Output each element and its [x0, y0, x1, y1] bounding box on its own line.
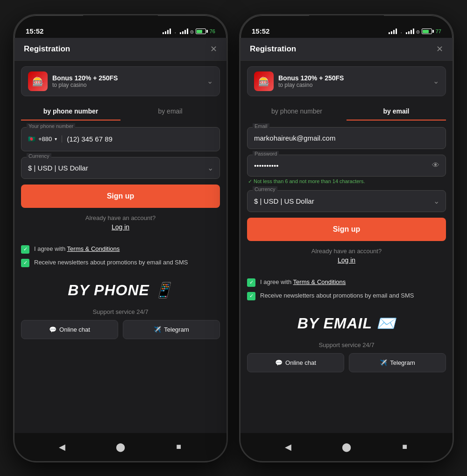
terms-link-1[interactable]: Terms & Conditions: [67, 245, 120, 252]
modal-title-2: Registration: [250, 44, 296, 54]
status-icons-1: . ⌾ 76: [163, 28, 215, 35]
status-bar-1: 15:52 . ⌾ 76: [14, 15, 226, 38]
online-chat-button-1[interactable]: 💬 Online chat: [21, 320, 118, 339]
telegram-button-2[interactable]: ✈️ Telegram: [349, 353, 446, 372]
registration-tabs-2: by phone number by email: [247, 103, 446, 121]
support-section-2: Support service 24/7 💬 Online chat ✈️ Te…: [241, 337, 453, 377]
online-chat-label-2: Online chat: [285, 359, 316, 366]
tab-phone-2[interactable]: by phone number: [247, 103, 347, 121]
back-button-2[interactable]: ◀: [281, 440, 296, 455]
status-time-2: 15:52: [252, 27, 269, 35]
support-text-1: Support service 24/7: [21, 308, 220, 315]
support-text-2: Support service 24/7: [247, 341, 446, 348]
signal-bar-5: [180, 32, 181, 34]
newsletter-checkbox-2[interactable]: ✓: [247, 292, 255, 300]
signup-button-1[interactable]: Sign up: [21, 185, 220, 208]
terms-link-2[interactable]: Terms & Conditions: [293, 278, 346, 285]
telegram-icon-2: ✈️: [380, 359, 387, 366]
tab-email-1[interactable]: by email: [120, 103, 220, 121]
login-link-1[interactable]: Log in: [21, 223, 220, 231]
email-field-group-2: Email: [247, 127, 446, 149]
phone-bottom-bar-1: ◀ ⬤ ■: [14, 433, 226, 461]
back-button-1[interactable]: ◀: [55, 440, 70, 455]
status-bar-2: 15:52 . ⌾ 77: [241, 15, 453, 38]
phone-input-row-1[interactable]: 🇧🇩 +880 ▾: [21, 127, 220, 151]
home-button-2[interactable]: ⬤: [339, 440, 354, 455]
signup-button-2[interactable]: Sign up: [247, 218, 446, 241]
password-wrapper-2: 👁: [247, 155, 446, 177]
support-buttons-1: 💬 Online chat ✈️ Telegram: [21, 320, 220, 339]
phone-label-1: Your phone number: [27, 123, 75, 129]
phone-flag-1[interactable]: 🇧🇩 +880 ▾: [28, 135, 62, 142]
currency-select-wrapper-2: $ | USD | US Dollar ⌄: [247, 190, 446, 212]
battery-level-1: 76: [210, 28, 215, 34]
bonus-left-2: 🎰 Bonus 120% + 250FS to play casino: [254, 71, 344, 91]
modal-header-2: Registration ✕: [241, 38, 453, 61]
wifi-icon-2: ⌾: [416, 28, 420, 35]
currency-field-group-1: Currency $ | USD | US Dollar ⌄: [21, 157, 220, 179]
signal-bar-2a: [389, 32, 390, 34]
bonus-title-2: Bonus 120% + 250FS: [278, 74, 344, 82]
form-phone-1: Your phone number 🇧🇩 +880 ▾ Currency $ |…: [14, 121, 226, 245]
bonus-subtitle-2: to play casino: [278, 82, 344, 88]
phone-content-1: Registration ✕ 🎰 Bonus 120% + 250FS to p…: [14, 38, 226, 433]
form-email-2: Email Password 👁 ✓ Not less than 6 and n…: [241, 121, 453, 278]
modal-header-1: Registration ✕: [14, 38, 226, 61]
phone-number-input-1[interactable]: [67, 135, 213, 143]
status-icons-2: . ⌾ 77: [389, 28, 441, 35]
home-button-1[interactable]: ⬤: [113, 440, 128, 455]
signal-bar-2h: [413, 28, 414, 34]
phone-frame-1: 15:52 . ⌾ 76: [13, 14, 228, 462]
signal-bar-2d: [396, 28, 397, 34]
big-label-2: BY EMAIL ✉️: [247, 314, 446, 332]
signal-bars-2-icon: [180, 28, 188, 34]
battery-icon: [196, 28, 208, 34]
tab-email-2[interactable]: by email: [347, 103, 446, 121]
bonus-bar-1[interactable]: 🎰 Bonus 120% + 250FS to play casino ⌄: [21, 66, 220, 96]
telegram-label-1: Telegram: [164, 326, 189, 333]
chat-icon-2: 💬: [275, 359, 283, 366]
big-label-1: BY PHONE 📱: [21, 281, 220, 299]
signal-bar-4: [170, 28, 171, 34]
signal-bar-2c: [393, 30, 395, 34]
newsletter-checkbox-row-1: ✓ Receive newsletters about promotions b…: [14, 258, 226, 267]
already-account-1: Already have an account?: [21, 214, 220, 221]
login-link-2[interactable]: Log in: [247, 256, 446, 264]
signal-bars-2e-icon: [406, 28, 414, 34]
signal-bar-8: [187, 28, 188, 34]
flag-chevron-icon: ▾: [55, 136, 57, 142]
already-account-2: Already have an account?: [247, 248, 446, 255]
registration-tabs-1: by phone number by email: [21, 103, 220, 121]
email-label-2: Email: [253, 123, 269, 129]
close-button-1[interactable]: ✕: [210, 45, 217, 53]
bonus-bar-2[interactable]: 🎰 Bonus 120% + 250FS to play casino ⌄: [247, 66, 446, 96]
terms-checkbox-2[interactable]: ✓: [247, 278, 255, 287]
tab-phone-1[interactable]: by phone number: [21, 103, 120, 121]
phone-field-group-1: Your phone number 🇧🇩 +880 ▾: [21, 127, 220, 151]
bonus-info-2: Bonus 120% + 250FS to play casino: [278, 74, 344, 88]
recents-button-1[interactable]: ■: [171, 440, 186, 455]
online-chat-button-2[interactable]: 💬 Online chat: [247, 353, 344, 372]
bonus-icon-2: 🎰: [254, 71, 274, 91]
separator-2: .: [401, 28, 402, 34]
signal-bar-2f: [408, 31, 410, 34]
chat-icon-1: 💬: [49, 326, 57, 333]
password-input-2[interactable]: [247, 155, 446, 177]
terms-checkbox-1[interactable]: ✓: [21, 245, 29, 254]
telegram-button-1[interactable]: ✈️ Telegram: [123, 320, 220, 339]
newsletter-checkbox-1[interactable]: ✓: [21, 259, 29, 267]
eye-icon-2[interactable]: 👁: [432, 161, 439, 170]
currency-select-1[interactable]: $ | USD | US Dollar: [21, 157, 220, 179]
phone-frame-2: 15:52 . ⌾ 77: [239, 14, 454, 462]
recents-button-2[interactable]: ■: [397, 440, 412, 455]
terms-checkbox-row-1: ✓ I agree with Terms & Conditions: [14, 245, 226, 254]
currency-select-2[interactable]: $ | USD | US Dollar: [247, 190, 446, 212]
email-input-2[interactable]: [247, 127, 446, 149]
currency-select-wrapper-1: $ | USD | US Dollar ⌄: [21, 157, 220, 179]
terms-text-1: I agree with Terms & Conditions: [34, 245, 120, 253]
online-chat-label-1: Online chat: [59, 326, 90, 333]
support-section-1: Support service 24/7 💬 Online chat ✈️ Te…: [14, 304, 226, 344]
modal-title-1: Registration: [24, 44, 70, 54]
close-button-2[interactable]: ✕: [436, 45, 443, 53]
signal-bar-2g: [410, 30, 412, 34]
